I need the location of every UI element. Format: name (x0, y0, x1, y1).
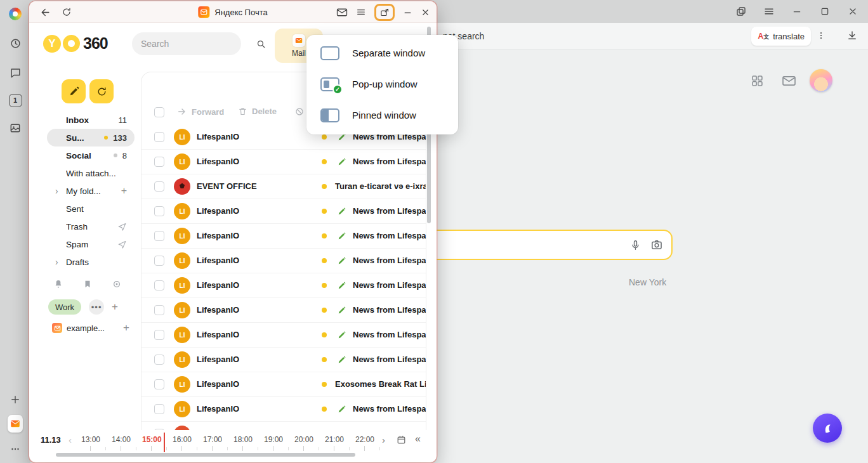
message-checkbox[interactable] (154, 231, 164, 241)
timeline-prev-icon[interactable]: ‹ (69, 434, 72, 445)
folder-item-trash[interactable]: Trash (47, 218, 135, 235)
collapse-timeline-icon[interactable]: « (415, 433, 421, 445)
menu-item-separate-window[interactable]: Separate window (306, 37, 458, 68)
yandex-browser-logo-icon[interactable] (8, 6, 23, 22)
message-row[interactable] (141, 422, 426, 430)
sidebar-add-icon[interactable] (8, 392, 23, 407)
message-checkbox[interactable] (154, 379, 164, 389)
titlebar-menu-icon[interactable] (356, 7, 366, 17)
message-checkbox[interactable] (154, 181, 164, 192)
page-search-box[interactable] (421, 230, 673, 260)
close-window-icon[interactable] (846, 5, 859, 18)
forward-button[interactable]: Forward (177, 107, 224, 117)
gallery-icon[interactable] (8, 121, 23, 136)
delete-button[interactable]: Delete (238, 107, 277, 116)
history-clock-icon[interactable] (8, 36, 23, 51)
folder-item-inbox[interactable]: Inbox11 (47, 111, 135, 129)
message-checkbox[interactable] (154, 355, 164, 365)
sidebar-more-icon[interactable] (8, 441, 23, 457)
account-row[interactable]: example... + (52, 322, 129, 334)
message-checkbox[interactable] (154, 206, 164, 216)
timeline-tick (242, 446, 243, 451)
alice-assistant-button[interactable] (813, 414, 842, 443)
pinned-window-icon (320, 108, 339, 122)
folder-item-myfold[interactable]: ›My fold...+ (47, 182, 135, 200)
search-icon[interactable] (256, 39, 266, 49)
message-row[interactable]: LILifespanIONews from Lifespan... (141, 348, 426, 372)
user-avatar[interactable] (810, 69, 832, 92)
page-search-input[interactable] (423, 240, 624, 251)
message-row[interactable]: LILifespanIONews from Lifespan... (141, 150, 426, 174)
tab-counter-badge[interactable]: 1 (8, 93, 23, 108)
reload-icon[interactable] (62, 7, 72, 17)
add-subfolder-icon[interactable]: + (121, 186, 127, 196)
timeline-hour: 14:00 (112, 435, 131, 444)
popup-mode-icon (380, 8, 390, 17)
menu-item-popup-window[interactable]: ✓Pop-up window (306, 68, 458, 100)
message-row[interactable]: LILifespanIONews from Lifespan... (141, 224, 426, 249)
message-checkbox[interactable] (154, 330, 164, 340)
add-label-icon[interactable]: + (112, 301, 118, 313)
message-subject: News from Lifespan... (353, 206, 426, 216)
compose-button[interactable] (62, 79, 86, 103)
mail-search-box[interactable] (132, 32, 241, 55)
folder-item-drafts[interactable]: ›Drafts (47, 253, 135, 271)
services-grid-icon[interactable] (751, 74, 764, 88)
labels-more-icon[interactable]: ••• (89, 299, 104, 315)
popup-titlebar[interactable]: Яндекс Почта (29, 1, 437, 23)
message-checkbox[interactable] (154, 256, 164, 266)
message-row[interactable]: LILifespanIONews from Lifespan... (141, 199, 426, 224)
draft-pencil-icon (338, 207, 346, 216)
yandex-mail-app-icon[interactable] (8, 416, 23, 431)
select-all-checkbox[interactable] (154, 107, 164, 117)
browser-menu-icon[interactable] (763, 5, 775, 18)
location-label[interactable]: New York (629, 277, 666, 287)
chat-icon[interactable] (8, 65, 23, 80)
mail-search-input[interactable] (141, 39, 256, 49)
label-work[interactable]: Work (48, 299, 81, 315)
page-mail-icon[interactable] (782, 75, 796, 87)
paper-plane-icon (117, 222, 127, 232)
message-checkbox[interactable] (154, 280, 164, 290)
downloads-icon[interactable] (846, 30, 858, 41)
day-timeline[interactable]: 11.13 ‹ 13:0014:0015:0016:0017:0018:0019… (29, 430, 437, 455)
tabs-panel-icon[interactable] (735, 5, 747, 18)
folder-item-withattach[interactable]: With attach... (47, 164, 135, 182)
folder-item-su[interactable]: Su...133 (47, 129, 135, 147)
folder-item-social[interactable]: Social8 (47, 147, 135, 164)
image-search-icon[interactable] (646, 234, 667, 256)
bell-icon[interactable] (53, 279, 63, 289)
translate-button[interactable]: А文 translate (751, 27, 811, 46)
window-mode-button[interactable] (374, 4, 395, 21)
message-row[interactable]: LILifespanIOExosomes Break Rat Lif... (141, 372, 426, 397)
message-checkbox[interactable] (154, 132, 164, 142)
message-row[interactable]: LILifespanIONews from Lifespan... (141, 249, 426, 273)
menu-item-pinned-window[interactable]: Pinned window (306, 100, 458, 131)
timeline-next-icon[interactable]: › (382, 434, 385, 445)
popup-minimize-icon[interactable] (403, 8, 412, 17)
folder-item-spam[interactable]: Spam (47, 235, 135, 253)
back-icon[interactable] (39, 7, 50, 18)
message-row[interactable]: LILifespanIONews from Lifespan... (141, 397, 426, 422)
calendar-icon[interactable] (396, 434, 407, 445)
add-account-icon[interactable]: + (123, 322, 129, 334)
message-row[interactable]: LILifespanIONews from Lifespan... (141, 298, 426, 323)
message-row[interactable]: LILifespanIONews from Lifespan... (141, 323, 426, 348)
sender-name: LifespanIO (197, 231, 239, 240)
message-row[interactable]: LILifespanIONews from Lifespan... (141, 273, 426, 298)
message-checkbox[interactable] (154, 305, 164, 315)
horizontal-scrollbar[interactable] (56, 453, 355, 457)
titlebar-mail-icon[interactable] (336, 8, 348, 17)
message-checkbox[interactable] (154, 404, 164, 414)
minimize-window-icon[interactable] (791, 5, 803, 18)
maximize-window-icon[interactable] (819, 5, 831, 18)
message-row[interactable]: EVENT OFFICETuran e-ticarət və e-ixra... (141, 174, 426, 199)
popup-close-icon[interactable] (421, 8, 430, 17)
message-checkbox[interactable] (154, 157, 164, 167)
check-mail-button[interactable] (89, 79, 114, 103)
voice-search-icon[interactable] (624, 234, 646, 256)
circle-dot-icon[interactable] (112, 279, 122, 289)
folder-item-sent[interactable]: Sent (47, 200, 135, 218)
omnibox-more-icon[interactable] (816, 30, 826, 41)
bookmark-flag-icon[interactable] (82, 279, 93, 289)
